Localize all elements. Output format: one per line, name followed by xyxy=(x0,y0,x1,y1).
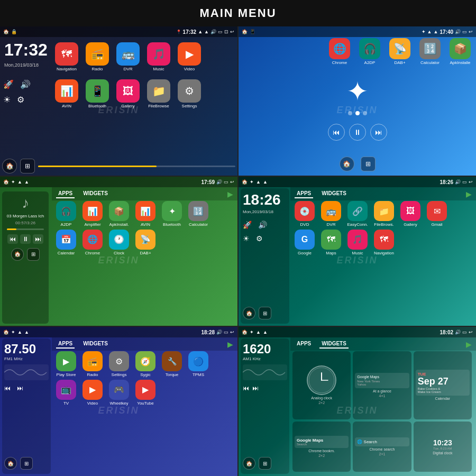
app-settings[interactable]: ⚙ Settings xyxy=(176,79,203,109)
back-icon-5[interactable]: ↩ xyxy=(230,329,234,335)
back-icon-2[interactable]: ↩ xyxy=(469,29,473,34)
home-icon-2[interactable]: 🏠 xyxy=(242,29,248,34)
apps-btn-4[interactable]: ⊞ xyxy=(259,307,271,319)
tab-widgets-3[interactable]: WIDGETS xyxy=(81,189,110,198)
app-gallery-4[interactable]: 🖼 Gallery xyxy=(398,201,423,227)
play-btn-3[interactable]: ⏸ xyxy=(20,234,31,244)
widget-chrome-search[interactable]: 🌐 Search Chrome search 2×1 xyxy=(353,422,411,472)
app-sygic-5[interactable]: 🧭 Sygic xyxy=(133,351,158,378)
tune-icon-4[interactable]: ⚙ xyxy=(256,234,263,243)
app-chrome-3[interactable]: 🌐 Chrome xyxy=(80,230,105,256)
next-btn-3[interactable]: ⏭ xyxy=(33,234,43,244)
app-navigation[interactable]: 🗺 Navigation xyxy=(53,42,80,72)
vol-icon-4[interactable]: 🔊 xyxy=(258,221,267,229)
back-icon[interactable]: ↩ xyxy=(230,29,234,34)
app-youtube-5[interactable]: ▶ YouTube xyxy=(133,380,158,406)
apps-btn-3m[interactable]: ⊞ xyxy=(27,248,40,261)
app-filebrowse-4[interactable]: 📁 FileBrows. xyxy=(372,201,396,227)
widget-calendar[interactable]: TUE Sep 27 Bake Cookies &Make Ice Cream … xyxy=(414,351,472,419)
tab-widgets-6[interactable]: WIDGETS xyxy=(319,340,349,349)
home-icon-4[interactable]: 🏠 xyxy=(242,179,248,185)
vol-icon-5[interactable]: ⏭ xyxy=(17,385,23,392)
tab-play-5[interactable]: ▶ xyxy=(227,340,233,349)
app-bluetooth-1[interactable]: 📱 Bluetooth xyxy=(84,79,111,109)
app-dvr[interactable]: 🚌 DVR xyxy=(114,42,142,72)
brightness-icon[interactable]: 🚀 xyxy=(3,79,14,89)
app-playstore-5[interactable]: ▶ Play Store xyxy=(54,351,78,378)
bt-play-btn[interactable]: ⏸ xyxy=(349,124,366,141)
app-gallery[interactable]: 🖼 Gallery xyxy=(114,79,142,109)
rocket-icon-4[interactable]: 🚀 xyxy=(243,221,252,229)
app-music[interactable]: 🎵 Music xyxy=(145,42,172,72)
widget-at-a-glance[interactable]: Google Maps New York Times Yahoo At a gl… xyxy=(353,351,411,419)
bt-prev-btn[interactable]: ⏮ xyxy=(328,124,345,141)
app-dvr-4[interactable]: 🚌 DVR xyxy=(319,201,343,227)
home-btn-6[interactable]: 🏠 xyxy=(243,457,255,470)
app-dab-3[interactable]: 📡 DAB+ xyxy=(133,230,158,256)
bt-next-btn[interactable]: ⏭ xyxy=(370,124,387,141)
home-icon-1[interactable]: 🏠 xyxy=(3,29,9,34)
app-avin-3[interactable]: 📊 AVIN xyxy=(133,201,158,227)
apps-btn-2[interactable]: ⊞ xyxy=(361,157,376,171)
app-amplifier[interactable]: 📊 Amplifier xyxy=(80,201,105,227)
home-btn-1[interactable]: 🏠 xyxy=(2,159,17,173)
back-icon-6[interactable]: ↩ xyxy=(469,329,473,335)
app-bluetooth-3[interactable]: ✦ Bluetooth xyxy=(160,201,184,227)
app-radio[interactable]: 📻 Radio xyxy=(84,42,111,72)
home-btn-3m[interactable]: 🏠 xyxy=(11,248,24,261)
app-tv-5[interactable]: 📺 TV xyxy=(54,380,78,406)
app-a2dp-3[interactable]: 🎧 A2DP xyxy=(54,201,78,227)
home-icon-3[interactable]: 🏠 xyxy=(3,179,9,185)
rocket-icon-5[interactable]: ⏮ xyxy=(4,385,11,392)
tab-widgets-4[interactable]: WIDGETS xyxy=(319,189,349,198)
volume-ctrl-icon[interactable]: 🔊 xyxy=(20,79,31,89)
app-google-4[interactable]: G Google xyxy=(292,230,317,256)
home-btn-5[interactable]: 🏠 xyxy=(4,457,17,470)
app-video[interactable]: ▶ Video xyxy=(176,42,203,72)
app-calendar-3[interactable]: 📅 Calendar xyxy=(54,230,78,256)
prev-btn-3[interactable]: ⏮ xyxy=(7,234,18,244)
tab-apps-3[interactable]: APPS xyxy=(56,189,75,198)
home-btn-2[interactable]: 🏠 xyxy=(340,157,354,171)
widget-analog-clock[interactable]: Analog clock 2×2 xyxy=(292,351,351,419)
app-settings-5[interactable]: ⚙ Settings xyxy=(107,351,131,378)
app-easyconn-4[interactable]: 🔗 EasyConn. xyxy=(345,201,370,227)
am-next-btn[interactable]: ⏭ xyxy=(252,385,259,392)
back-icon-4[interactable]: ↩ xyxy=(469,179,473,185)
app-maps-4[interactable]: 🗺 Maps xyxy=(319,230,343,256)
home-icon-5[interactable]: 🏠 xyxy=(3,329,9,335)
app-filebrowse[interactable]: 📁 FileBrowse xyxy=(145,79,172,109)
app-calculator-3[interactable]: 🔢 Calculator xyxy=(186,201,210,227)
app-video-5[interactable]: ▶ Video xyxy=(80,380,105,406)
tab-apps-6[interactable]: APPS xyxy=(295,340,313,349)
sun-icon-4[interactable]: ☀ xyxy=(243,234,250,243)
apps-btn-1[interactable]: ⊞ xyxy=(20,159,35,173)
tab-apps-5[interactable]: APPS xyxy=(56,340,75,349)
tune-icon[interactable]: ⚙ xyxy=(17,95,24,105)
app-gmail-4[interactable]: ✉ Gmail xyxy=(425,201,449,227)
app-avin[interactable]: 📊 AVIN xyxy=(53,79,80,109)
tab-play-6[interactable]: ▶ xyxy=(466,340,472,349)
app-navigation-4[interactable]: 🗺 Navigation xyxy=(372,230,396,256)
app-tpms-5[interactable]: 🔵 TPMS xyxy=(186,351,210,378)
app-clock-3[interactable]: 🕐 Clock xyxy=(107,230,131,256)
app-dvd-4[interactable]: 💿 DVD xyxy=(292,201,317,227)
am-prev-btn[interactable]: ⏮ xyxy=(243,385,249,392)
widget-digital-clock[interactable]: 10:23 Tue, 8:23 AM Digital clock xyxy=(414,422,472,472)
app-apkinstall-3[interactable]: 📦 ApkInstall. xyxy=(107,201,131,227)
tab-play-4[interactable]: ▶ xyxy=(466,190,472,198)
app-music-4[interactable]: 🎵 Music xyxy=(345,230,370,256)
tab-apps-4[interactable]: APPS xyxy=(295,189,313,198)
app-radio-5[interactable]: 📻 Radio xyxy=(80,351,105,378)
tab-play-3[interactable]: ▶ xyxy=(227,190,233,198)
tab-widgets-5[interactable]: WIDGETS xyxy=(81,340,110,349)
app-torque-5[interactable]: 🔧 Torque xyxy=(160,351,184,378)
apps-btn-6[interactable]: ⊞ xyxy=(259,457,271,470)
sun-icon[interactable]: ☀ xyxy=(3,95,11,105)
home-btn-4[interactable]: 🏠 xyxy=(243,307,255,319)
widget-chrome-bookmarks[interactable]: Google Maps Search Chrome bookm. 2×2 xyxy=(292,422,351,472)
app-wheelkey-5[interactable]: 🎮 Wheelkey xyxy=(107,380,131,406)
back-icon-3[interactable]: ↩ xyxy=(230,179,234,185)
apps-btn-5[interactable]: ⊞ xyxy=(20,457,33,470)
home-icon-6[interactable]: 🏠 xyxy=(242,329,248,335)
